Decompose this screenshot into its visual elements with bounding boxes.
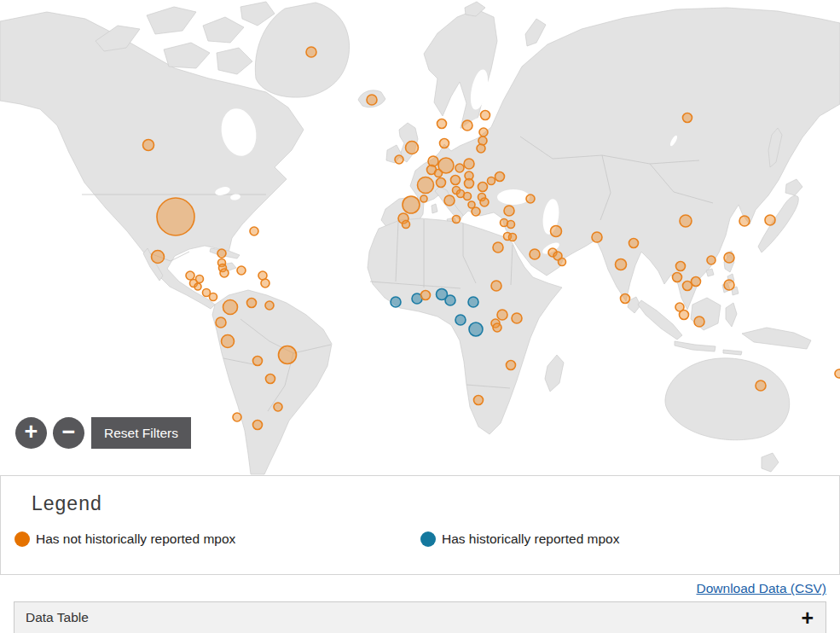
- marker-not-historically-reported[interactable]: [495, 172, 505, 182]
- marker-not-historically-reported[interactable]: [265, 301, 274, 310]
- marker-not-historically-reported[interactable]: [444, 195, 455, 206]
- marker-not-historically-reported[interactable]: [367, 95, 377, 105]
- marker-not-historically-reported[interactable]: [680, 215, 692, 227]
- data-table-header[interactable]: Data Table +: [14, 601, 826, 633]
- zoom-out-button[interactable]: −: [53, 417, 84, 449]
- marker-not-historically-reported[interactable]: [512, 313, 522, 323]
- marker-not-historically-reported[interactable]: [507, 361, 516, 370]
- marker-not-historically-reported[interactable]: [756, 380, 766, 391]
- marker-not-historically-reported[interactable]: [692, 277, 701, 287]
- marker-historically-reported[interactable]: [391, 297, 401, 307]
- marker-not-historically-reported[interactable]: [694, 316, 704, 327]
- marker-not-historically-reported[interactable]: [462, 120, 472, 131]
- marker-not-historically-reported[interactable]: [455, 164, 464, 172]
- marker-not-historically-reported[interactable]: [157, 198, 194, 235]
- marker-not-historically-reported[interactable]: [477, 144, 485, 153]
- marker-not-historically-reported[interactable]: [676, 262, 686, 271]
- marker-not-historically-reported[interactable]: [440, 139, 449, 148]
- marker-not-historically-reported[interactable]: [724, 253, 734, 263]
- marker-not-historically-reported[interactable]: [223, 300, 238, 315]
- marker-not-historically-reported[interactable]: [497, 310, 507, 320]
- marker-not-historically-reported[interactable]: [237, 266, 246, 275]
- marker-not-historically-reported[interactable]: [247, 299, 257, 308]
- marker-not-historically-reported[interactable]: [480, 198, 489, 206]
- marker-not-historically-reported[interactable]: [629, 239, 639, 248]
- marker-not-historically-reported[interactable]: [403, 196, 420, 213]
- marker-not-historically-reported[interactable]: [680, 311, 689, 320]
- marker-not-historically-reported[interactable]: [481, 111, 490, 120]
- marker-not-historically-reported[interactable]: [464, 159, 474, 169]
- expand-icon[interactable]: +: [801, 607, 814, 629]
- legend-panel: Legend Has not historically reported mpo…: [0, 475, 840, 575]
- marker-not-historically-reported[interactable]: [253, 357, 263, 366]
- marker-not-historically-reported[interactable]: [474, 396, 484, 405]
- world-map[interactable]: [0, 0, 840, 475]
- marker-not-historically-reported[interactable]: [152, 251, 165, 264]
- marker-not-historically-reported[interactable]: [504, 206, 514, 216]
- marker-not-historically-reported[interactable]: [451, 176, 461, 185]
- marker-not-historically-reported[interactable]: [707, 256, 715, 264]
- marker-not-historically-reported[interactable]: [765, 215, 775, 225]
- download-data-link[interactable]: Download Data (CSV): [697, 581, 826, 595]
- marker-not-historically-reported[interactable]: [437, 119, 447, 129]
- marker-not-historically-reported[interactable]: [418, 177, 434, 194]
- world-map-container[interactable]: + − Reset Filters: [0, 0, 840, 475]
- marker-not-historically-reported[interactable]: [559, 258, 566, 266]
- marker-not-historically-reported[interactable]: [222, 335, 235, 348]
- marker-not-historically-reported[interactable]: [465, 179, 474, 189]
- marker-not-historically-reported[interactable]: [739, 216, 750, 226]
- data-table-title: Data Table: [26, 610, 801, 625]
- marker-not-historically-reported[interactable]: [472, 207, 480, 216]
- reset-filters-button[interactable]: Reset Filters: [91, 417, 191, 449]
- marker-historically-reported[interactable]: [455, 315, 466, 325]
- marker-historically-reported[interactable]: [445, 295, 455, 305]
- marker-not-historically-reported[interactable]: [217, 249, 226, 258]
- marker-not-historically-reported[interactable]: [437, 178, 446, 188]
- marker-not-historically-reported[interactable]: [403, 221, 410, 229]
- marker-not-historically-reported[interactable]: [478, 183, 488, 192]
- legend-item-label: Has not historically reported mpox: [36, 531, 235, 547]
- marker-not-historically-reported[interactable]: [194, 283, 201, 290]
- marker-not-historically-reported[interactable]: [835, 369, 840, 378]
- marker-not-historically-reported[interactable]: [616, 259, 627, 270]
- legend-items: Has not historically reported mpox Has h…: [14, 531, 839, 547]
- marker-not-historically-reported[interactable]: [453, 216, 461, 224]
- marker-not-historically-reported[interactable]: [253, 421, 263, 430]
- marker-not-historically-reported[interactable]: [509, 234, 517, 241]
- marker-historically-reported[interactable]: [469, 322, 483, 336]
- marker-not-historically-reported[interactable]: [493, 323, 501, 332]
- marker-not-historically-reported[interactable]: [464, 193, 472, 200]
- marker-not-historically-reported[interactable]: [250, 227, 258, 235]
- marker-not-historically-reported[interactable]: [592, 232, 602, 242]
- marker-not-historically-reported[interactable]: [274, 403, 282, 411]
- marker-not-historically-reported[interactable]: [488, 177, 495, 185]
- marker-not-historically-reported[interactable]: [420, 195, 427, 202]
- marker-not-historically-reported[interactable]: [551, 226, 562, 237]
- marker-not-historically-reported[interactable]: [507, 221, 515, 229]
- marker-not-historically-reported[interactable]: [266, 375, 275, 384]
- marker-not-historically-reported[interactable]: [438, 158, 454, 173]
- marker-not-historically-reported[interactable]: [530, 249, 540, 259]
- zoom-in-button[interactable]: +: [15, 417, 47, 449]
- marker-not-historically-reported[interactable]: [683, 113, 692, 123]
- marker-not-historically-reported[interactable]: [395, 155, 403, 164]
- marker-not-historically-reported[interactable]: [143, 140, 154, 151]
- marker-not-historically-reported[interactable]: [406, 142, 419, 154]
- marker-not-historically-reported[interactable]: [261, 279, 269, 287]
- marker-not-historically-reported[interactable]: [479, 128, 488, 136]
- marker-historically-reported[interactable]: [468, 297, 478, 307]
- marker-not-historically-reported[interactable]: [491, 281, 501, 291]
- marker-not-historically-reported[interactable]: [216, 317, 226, 328]
- marker-not-historically-reported[interactable]: [673, 273, 682, 282]
- marker-not-historically-reported[interactable]: [233, 413, 241, 421]
- marker-not-historically-reported[interactable]: [210, 293, 217, 301]
- marker-not-historically-reported[interactable]: [526, 195, 535, 203]
- marker-not-historically-reported[interactable]: [421, 291, 431, 300]
- marker-not-historically-reported[interactable]: [724, 280, 734, 290]
- marker-not-historically-reported[interactable]: [493, 242, 503, 253]
- marker-not-historically-reported[interactable]: [279, 346, 297, 364]
- marker-not-historically-reported[interactable]: [306, 47, 316, 57]
- marker-not-historically-reported[interactable]: [220, 269, 229, 277]
- marker-not-historically-reported[interactable]: [186, 271, 194, 280]
- marker-not-historically-reported[interactable]: [621, 294, 630, 304]
